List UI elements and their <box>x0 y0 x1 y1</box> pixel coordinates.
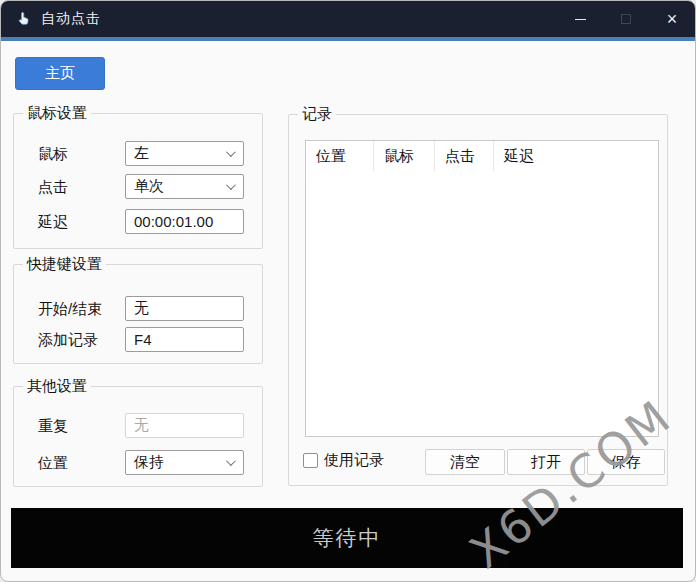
open-button[interactable]: 打开 <box>507 449 585 475</box>
hotkey-settings-group: 快捷键设置 开始/结束 添加记录 <box>13 264 263 364</box>
titlebar: 自动点击 × <box>1 1 695 37</box>
save-button[interactable]: 保存 <box>587 449 665 475</box>
app-window: 自动点击 × 主页 鼠标设置 鼠标 左 点击 单次 延迟 <box>0 0 696 582</box>
caption-buttons: × <box>557 1 695 37</box>
hand-cursor-icon <box>14 10 32 28</box>
repeat-input <box>125 413 244 438</box>
minimize-button[interactable] <box>557 1 603 37</box>
status-bar: 等待中 <box>11 508 683 568</box>
click-label: 点击 <box>38 178 68 197</box>
use-records-checkbox[interactable] <box>303 453 318 468</box>
records-title: 记录 <box>298 105 336 124</box>
addrecord-hotkey-input[interactable] <box>125 327 244 352</box>
close-button[interactable]: × <box>649 1 695 37</box>
accent-line <box>1 37 695 41</box>
other-settings-title: 其他设置 <box>23 377 91 396</box>
chevron-down-icon <box>226 180 236 190</box>
position-value: 保持 <box>134 453 164 472</box>
minimize-icon <box>575 19 586 20</box>
window-title: 自动点击 <box>41 10 101 28</box>
records-group: 记录 位置 鼠标 点击 延迟 使用记录 清空 打开 保存 <box>288 114 668 486</box>
chevron-down-icon <box>226 456 236 466</box>
records-list-header: 位置 鼠标 点击 延迟 <box>306 141 658 171</box>
home-tab-button[interactable]: 主页 <box>15 57 105 90</box>
column-header-position[interactable]: 位置 <box>306 141 374 171</box>
mouse-button-value: 左 <box>134 144 149 163</box>
column-header-delay[interactable]: 延迟 <box>494 141 658 171</box>
mouse-button-select[interactable]: 左 <box>125 141 244 166</box>
position-select[interactable]: 保持 <box>125 450 244 475</box>
use-records-label: 使用记录 <box>324 451 384 470</box>
startstop-label: 开始/结束 <box>38 300 102 319</box>
repeat-label: 重复 <box>38 417 68 436</box>
column-header-click[interactable]: 点击 <box>435 141 494 171</box>
column-header-mouse[interactable]: 鼠标 <box>374 141 435 171</box>
maximize-icon <box>621 14 631 24</box>
hotkey-settings-title: 快捷键设置 <box>23 255 106 274</box>
click-type-value: 单次 <box>134 177 164 196</box>
maximize-button <box>603 1 649 37</box>
other-settings-group: 其他设置 重复 位置 保持 <box>13 386 263 487</box>
delay-input[interactable] <box>125 209 244 234</box>
clear-button[interactable]: 清空 <box>425 449 505 475</box>
mouse-settings-title: 鼠标设置 <box>23 104 91 123</box>
chevron-down-icon <box>226 147 236 157</box>
records-list[interactable]: 位置 鼠标 点击 延迟 <box>305 140 659 437</box>
delay-label: 延迟 <box>38 213 68 232</box>
addrecord-label: 添加记录 <box>38 331 98 350</box>
status-text: 等待中 <box>313 524 382 552</box>
click-type-select[interactable]: 单次 <box>125 174 244 199</box>
use-records-checkbox-row[interactable]: 使用记录 <box>303 451 384 470</box>
close-icon: × <box>667 10 678 28</box>
mouse-label: 鼠标 <box>38 145 68 164</box>
mouse-settings-group: 鼠标设置 鼠标 左 点击 单次 延迟 <box>13 113 263 249</box>
position-label: 位置 <box>38 454 68 473</box>
startstop-hotkey-input[interactable] <box>125 296 244 321</box>
